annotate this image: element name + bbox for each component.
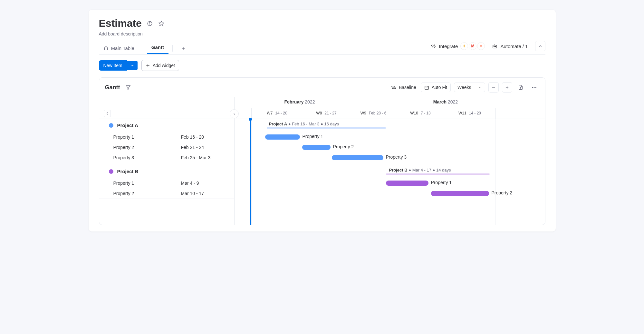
svg-marker-12	[126, 86, 130, 90]
tabs-left: Main Table Gantt	[99, 41, 190, 54]
star-icon[interactable]	[158, 20, 165, 27]
filter-icon[interactable]	[125, 84, 132, 91]
collapse-all-button[interactable]	[104, 110, 111, 117]
gantt-bar[interactable]	[302, 145, 331, 150]
task-dates: Mar 4 - 9	[181, 181, 199, 186]
new-item-dropdown[interactable]	[127, 61, 138, 70]
automate-button[interactable]: Automate / 1	[492, 43, 528, 49]
gantt-bar-label: Property 1	[303, 134, 323, 139]
board-title: Estimate	[99, 17, 142, 29]
svg-rect-14	[393, 88, 396, 89]
timeline-month: March 2022	[365, 97, 526, 108]
group-name: Project B	[117, 169, 139, 174]
baseline-button[interactable]: Baseline	[390, 83, 418, 92]
timeline-week: W1114 - 20	[444, 108, 496, 119]
tab-separator	[143, 45, 143, 52]
gantt-bar[interactable]	[431, 191, 489, 196]
tab-gantt-label: Gantt	[151, 44, 164, 50]
new-item-button[interactable]: New Item	[99, 60, 127, 71]
gantt-bar-label: Property 3	[386, 154, 407, 160]
task-name: Property 1	[113, 134, 181, 140]
timeline-week: W9Feb 28 - 6	[350, 108, 397, 119]
collapse-left-pane-button[interactable]	[230, 109, 239, 118]
svg-rect-13	[392, 86, 394, 87]
add-widget-button[interactable]: Add widget	[141, 60, 179, 71]
timeline-week: W714 - 20	[252, 108, 303, 119]
board-description[interactable]: Add board description	[99, 31, 545, 36]
task-name: Property 2	[113, 191, 181, 196]
task-dates: Feb 25 - Mar 3	[181, 155, 211, 160]
autofit-label: Auto Fit	[432, 85, 447, 90]
gantt-right-pane[interactable]: February 2022March 2022 W714 - 20W821 - …	[235, 97, 545, 225]
svg-marker-3	[159, 21, 164, 25]
board-container: Estimate Add board description Main Tabl…	[89, 10, 556, 231]
tabs-row: Main Table Gantt Integrate ✦ M ✶	[99, 41, 545, 55]
tabs-right: Integrate ✦ M ✶ Automate / 1	[430, 41, 545, 54]
timeline-week: W821 - 27	[303, 108, 350, 119]
tab-gantt[interactable]: Gantt	[147, 41, 168, 54]
task-row[interactable]: Property 2Feb 21 - 24	[99, 142, 234, 152]
task-dates: Mar 10 - 17	[181, 191, 204, 196]
gantt-title: Gantt	[105, 84, 120, 91]
gmail-icon: M	[469, 42, 476, 50]
gantt-bar-label: Property 1	[431, 180, 452, 185]
hubspot-icon: ✶	[477, 42, 485, 50]
gantt-toolbar: Gantt Baseline Auto Fit	[99, 78, 545, 97]
add-widget-label: Add widget	[153, 63, 175, 68]
plus-icon	[146, 63, 150, 68]
group-color-dot	[109, 123, 113, 128]
today-marker	[249, 118, 252, 121]
collapse-header-button[interactable]	[535, 41, 545, 51]
gantt-body: Project AProperty 1Feb 16 - 20Property 2…	[99, 97, 545, 225]
task-row[interactable]: Property 2Mar 10 - 17	[99, 188, 234, 199]
timescale-dropdown[interactable]: Weeks	[454, 83, 485, 92]
gantt-left-pane: Project AProperty 1Feb 16 - 20Property 2…	[99, 97, 235, 225]
group-summary-bar	[386, 173, 490, 175]
add-tab-button[interactable]	[177, 43, 190, 54]
automate-label: Automate / 1	[500, 44, 528, 49]
robot-icon	[492, 43, 498, 49]
group-summary-bar	[267, 127, 386, 129]
svg-point-23	[532, 87, 533, 88]
integrate-label: Integrate	[439, 44, 458, 49]
group-color-dot	[109, 169, 113, 174]
mailchimp-icon: ✦	[460, 42, 468, 50]
group-header[interactable]: Project B	[99, 165, 234, 178]
gantt-widget: Gantt Baseline Auto Fit	[99, 77, 545, 225]
gantt-bar[interactable]	[332, 155, 383, 160]
zoom-out-button[interactable]	[488, 82, 499, 93]
integrate-button[interactable]: Integrate ✦ M ✶	[430, 42, 485, 50]
chevron-down-icon	[478, 85, 482, 89]
group-header[interactable]: Project A	[99, 119, 234, 132]
tab-separator	[172, 45, 173, 52]
svg-rect-6	[493, 45, 497, 48]
info-icon[interactable]	[146, 20, 153, 27]
plug-icon	[430, 43, 436, 49]
task-dates: Feb 16 - 20	[181, 134, 204, 140]
gantt-bar[interactable]	[265, 134, 300, 140]
export-button[interactable]	[515, 82, 526, 93]
svg-point-24	[533, 87, 534, 88]
svg-rect-15	[425, 86, 428, 89]
baseline-icon	[391, 85, 396, 90]
gantt-bar-label: Property 2	[333, 144, 354, 149]
autofit-button[interactable]: Auto Fit	[421, 83, 451, 92]
task-row[interactable]: Property 3Feb 25 - Mar 3	[99, 152, 234, 163]
task-row[interactable]: Property 1Feb 16 - 20	[99, 132, 234, 142]
gantt-bar[interactable]	[386, 181, 428, 186]
baseline-label: Baseline	[399, 85, 416, 90]
zoom-in-button[interactable]	[502, 82, 512, 93]
timeline-months: February 2022March 2022	[235, 97, 545, 108]
svg-point-25	[535, 87, 536, 88]
task-row[interactable]: Property 1Mar 4 - 9	[99, 178, 234, 188]
tab-main-table[interactable]: Main Table	[99, 42, 139, 54]
group-summary-text: Project A ● Feb 16 - Mar 3 ● 16 days	[269, 122, 339, 126]
today-line	[250, 119, 251, 225]
more-options-button[interactable]	[529, 82, 539, 93]
timescale-label: Weeks	[457, 85, 471, 90]
group-summary-text: Project B ● Mar 4 - 17 ● 14 days	[389, 168, 451, 172]
home-icon	[103, 46, 109, 51]
calendar-icon	[424, 85, 429, 90]
tab-main-table-label: Main Table	[111, 45, 134, 51]
task-name: Property 3	[113, 155, 181, 160]
